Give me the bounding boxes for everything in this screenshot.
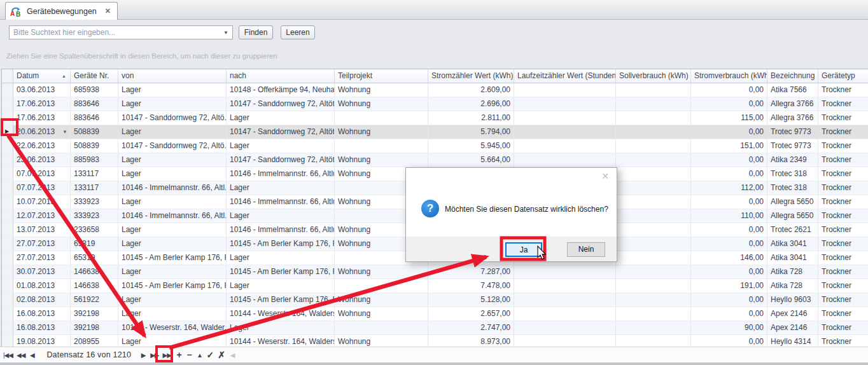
clear-button[interactable]: Leeren bbox=[281, 25, 315, 39]
cell-von: Lager bbox=[118, 125, 227, 139]
cell-bezeichnung: Heyllo 9603 bbox=[767, 293, 818, 306]
cell-stromverbrauch: 90,00 bbox=[691, 321, 767, 334]
column-header-soll[interactable]: Sollverbrauch (kWh) bbox=[616, 69, 691, 83]
window-bottom-edge bbox=[0, 362, 868, 365]
cell-datum: 17.06.2013 bbox=[13, 97, 71, 111]
cell-laufzeit bbox=[514, 293, 616, 306]
current-row-icon: ▶ bbox=[5, 125, 9, 138]
nav-edit-button[interactable]: ▲ bbox=[197, 352, 203, 359]
column-header-nr[interactable]: Geräte Nr. bbox=[71, 69, 118, 83]
nav-cancel-button[interactable]: ✗ bbox=[218, 350, 225, 360]
tab-title: Gerätebewegungen bbox=[27, 7, 97, 16]
cell-von: 10145 - Am Berler Kamp 176, R... bbox=[118, 279, 227, 293]
cell-datum: 27.07.2013 bbox=[13, 237, 71, 251]
column-header-von[interactable]: von bbox=[118, 69, 227, 83]
cell-typ: Trockner bbox=[818, 209, 868, 223]
column-header-nach[interactable]: nach bbox=[227, 69, 335, 83]
cell-bezeichnung: Allegra 5650 bbox=[767, 209, 818, 223]
date-dropdown-icon[interactable]: ▼ bbox=[62, 126, 67, 139]
cell-nach: Lager bbox=[227, 209, 335, 223]
table-row[interactable]: 03.06.2013685938Lager10148 - Offerkämpe … bbox=[2, 83, 868, 97]
cell-von: 10147 - Sanddornweg 72, Altö... bbox=[118, 139, 227, 153]
column-header-stromverbrauch[interactable]: Stromverbrauch (kWh) bbox=[691, 69, 767, 83]
column-header-laufzeit[interactable]: Laufzeitzähler Wert (Stunden) bbox=[514, 69, 616, 83]
cell-nach: Lager bbox=[227, 139, 335, 153]
cell-bezeichnung: Atika 7566 bbox=[767, 83, 818, 97]
navigator: |◀◀◀◀◀Datensatz 16 von 1210▶▶▶▶▶|+−▲✓✗◀ bbox=[0, 347, 868, 362]
row-indicator-cell bbox=[2, 307, 13, 320]
table-row[interactable]: 23.06.2013885983Lager10147 - Sanddornweg… bbox=[2, 153, 868, 167]
cell-nr: 133117 bbox=[71, 167, 118, 181]
column-header-stromzaehler[interactable]: Stromzähler Wert (kWh) bbox=[428, 69, 514, 83]
cell-datum: 13.07.2013 bbox=[13, 223, 71, 237]
nav-insert-button[interactable]: + bbox=[176, 350, 183, 360]
table-row[interactable]: 02.08.2013561922Lager10145 - Am Berler K… bbox=[2, 293, 868, 307]
nav-last-button[interactable]: ▶▶| bbox=[163, 352, 172, 359]
nav-post-button[interactable]: ✓ bbox=[207, 350, 214, 360]
row-indicator-cell bbox=[2, 279, 13, 293]
nav-first-button[interactable]: |◀◀ bbox=[3, 352, 13, 359]
nav-prior-page-button[interactable]: ◀◀ bbox=[17, 352, 25, 359]
cell-von: Lager bbox=[118, 167, 227, 181]
cell-soll bbox=[616, 279, 691, 293]
table-row[interactable]: 22.06.201350883910147 - Sanddornweg 72, … bbox=[2, 139, 868, 153]
cell-stromverbrauch: 191,00 bbox=[691, 279, 767, 293]
search-dropdown-icon[interactable]: ▼ bbox=[223, 30, 228, 36]
cell-bezeichnung: Atika 728 bbox=[767, 265, 818, 279]
sort-asc-icon: ▲ bbox=[62, 70, 66, 83]
table-row[interactable]: 30.07.2013146638Lager10145 - Am Berler K… bbox=[2, 265, 868, 279]
cell-nr: 233658 bbox=[71, 223, 118, 237]
tab-geraetebewegungen[interactable]: A B Gerätebewegungen ✕ bbox=[5, 2, 118, 20]
tab-close-icon[interactable]: ✕ bbox=[105, 7, 111, 15]
cell-soll bbox=[616, 209, 691, 223]
nav-prior-button[interactable]: ◀ bbox=[29, 352, 35, 359]
column-header-typ[interactable]: Gerätetyp bbox=[818, 69, 868, 83]
table-row[interactable]: 17.06.2013883646Lager10147 - Sanddornweg… bbox=[2, 97, 868, 111]
search-input[interactable] bbox=[10, 26, 223, 39]
column-header-bezeichnung[interactable]: Bezeichnung bbox=[767, 69, 818, 83]
row-indicator-cell bbox=[2, 195, 13, 209]
table-row[interactable]: 16.08.2013392198Lager10144 - Weserstr. 1… bbox=[2, 307, 868, 321]
cell-soll bbox=[616, 223, 691, 237]
cell-stromverbrauch: 0,00 bbox=[691, 125, 767, 139]
cell-typ: Trockner bbox=[818, 181, 868, 195]
cell-stromverbrauch: 0,00 bbox=[691, 83, 767, 97]
cell-laufzeit bbox=[514, 153, 616, 167]
table-row[interactable]: 17.06.201388364610147 - Sanddornweg 72, … bbox=[2, 111, 868, 125]
table-row[interactable]: ▶20.06.2013▼508839Lager10147 - Sanddornw… bbox=[2, 125, 868, 139]
row-indicator-cell bbox=[2, 181, 13, 195]
cell-typ: Trockner bbox=[818, 111, 868, 125]
nav-next-button[interactable]: ▶ bbox=[140, 352, 146, 359]
cell-stromzaehler: 5.794,00 bbox=[428, 125, 514, 139]
cell-soll bbox=[616, 251, 691, 265]
cell-nach: Lager bbox=[227, 251, 335, 265]
cell-nr: 65319 bbox=[71, 251, 118, 265]
table-row[interactable]: 16.08.201339219810144 - Weserstr. 164, W… bbox=[2, 321, 868, 335]
table-row[interactable]: 01.08.201314663810145 - Am Berler Kamp 1… bbox=[2, 279, 868, 293]
cell-stromverbrauch: 110,00 bbox=[691, 209, 767, 223]
group-by-hint: Ziehen Sie eine Spaltenüberschrift in di… bbox=[6, 52, 277, 60]
cell-datum: 07.07.2013 bbox=[13, 167, 71, 181]
cell-nr: 392198 bbox=[71, 307, 118, 320]
cell-stromzaehler: 2.811,00 bbox=[428, 111, 514, 125]
nav-delete-button[interactable]: − bbox=[186, 350, 193, 360]
cell-stromzaehler: 5.945,00 bbox=[428, 139, 514, 153]
column-header-label: Gerätetyp bbox=[822, 71, 855, 80]
yes-button[interactable]: Ja bbox=[505, 242, 542, 257]
cell-stromverbrauch: 0,00 bbox=[691, 293, 767, 306]
cell-stromverbrauch: 115,00 bbox=[691, 111, 767, 125]
cell-bezeichnung: Trotec 318 bbox=[767, 181, 818, 195]
indicator-column-header bbox=[2, 69, 13, 83]
column-header-datum[interactable]: Datum▲ bbox=[13, 69, 71, 83]
cell-typ: Trockner bbox=[818, 139, 868, 153]
dialog-close-icon[interactable]: ✕ bbox=[601, 171, 609, 181]
cell-datum: 16.08.2013 bbox=[13, 321, 71, 334]
column-header-teilprojekt[interactable]: Teilprojekt bbox=[335, 69, 428, 83]
nav-next-page-button[interactable]: ▶▶ bbox=[150, 352, 158, 359]
no-button[interactable]: Nein bbox=[567, 242, 605, 257]
cell-teilprojekt: Wohnung bbox=[335, 97, 428, 111]
find-button[interactable]: Finden bbox=[239, 25, 273, 39]
column-header-label: Datum bbox=[17, 71, 39, 80]
cell-datum: 02.08.2013 bbox=[13, 293, 71, 306]
cell-datum: 30.07.2013 bbox=[13, 265, 71, 279]
